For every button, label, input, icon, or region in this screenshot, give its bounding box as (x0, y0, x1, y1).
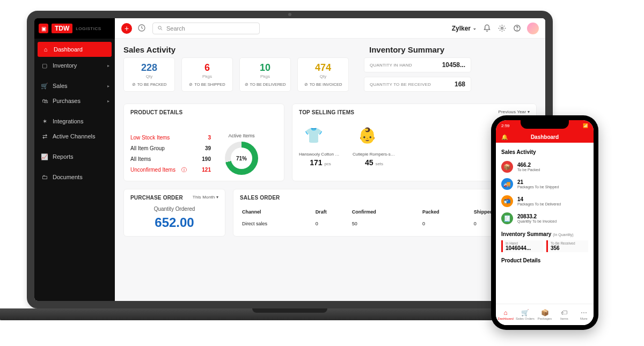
pd-label: Unconfirmed Items (130, 165, 175, 175)
channels-icon: ⇄ (41, 132, 48, 140)
add-button[interactable]: + (121, 23, 132, 34)
bell-icon[interactable]: 🔔 (501, 134, 508, 140)
table-row: Direct sales 0 50 0 0 (241, 218, 529, 230)
info-icon: ⓘ (181, 165, 187, 175)
sa-label: TO BE INVOICED (310, 82, 342, 87)
phone-sa-card[interactable]: 📦 466.2To be Packed (501, 158, 588, 175)
inv-in-hand: QUANTITY IN HAND 10458... (364, 57, 471, 72)
pd-value: 39 (205, 143, 211, 154)
org-name: Zylker (452, 25, 471, 32)
nav-label: Inventory (53, 62, 77, 69)
nav-purchases[interactable]: 🛍 Purchases ▸ (34, 93, 115, 108)
product-image: 👕 (299, 121, 328, 150)
product-unit: pcs (324, 161, 331, 166)
donut-value: 71% (231, 148, 252, 169)
product-image: 👶 (353, 121, 382, 150)
nav-dashboard[interactable]: ⌂ Dashboard (38, 42, 112, 57)
phone-time: 2:59 (501, 123, 510, 128)
sa-label: TO BE DELIVERED (250, 82, 286, 87)
nav-integrations[interactable]: ✶ Integrations (34, 114, 115, 129)
nav-inventory[interactable]: ▢ Inventory ▸ (34, 58, 115, 73)
phone-card-label: Packages To be Shipped (517, 185, 559, 189)
phone-card-label: To be Packed (517, 168, 540, 172)
box-icon: ▢ (41, 62, 48, 69)
search-input[interactable]: Search (152, 23, 260, 34)
range-selector[interactable]: Previous Year ▾ (498, 109, 530, 114)
phone-inv-value: 356 (551, 245, 586, 251)
svg-point-4 (517, 30, 517, 30)
bell-icon[interactable] (482, 24, 492, 33)
top-item[interactable]: 👶 Cutiepie Rompers-spo... 45 sets (353, 121, 396, 167)
nav-sales[interactable]: 🛒 Sales ▸ (34, 78, 115, 93)
table-header-row: Channel Draft Confirmed Packed Shipped (241, 207, 529, 217)
sa-value: 474 (301, 62, 345, 73)
nav-label: Active Channels (53, 133, 96, 139)
sa-card-invoiced[interactable]: 474 Qty ⊘TO BE INVOICED (297, 57, 349, 92)
top-item[interactable]: 👕 Hanswooly Cotton Cas... 171 pcs (299, 121, 342, 167)
range-selector[interactable]: This Month ▾ (193, 195, 218, 200)
gear-icon[interactable] (497, 24, 507, 33)
phone-tab-more[interactable]: ⋯More (574, 304, 594, 325)
chevron-right-icon: ▸ (107, 84, 109, 89)
cell: 50 (351, 218, 420, 230)
phone-title: Dashboard (531, 134, 559, 140)
invoice-icon: 🧾 (501, 212, 513, 224)
sa-label: TO BE SHIPPED (194, 82, 225, 87)
phone-inv-hand: In Hand 1046044... (501, 240, 543, 252)
ship-icon: 🚚 (501, 178, 513, 190)
phone-sa-card[interactable]: 🚚 21Packages To be Shipped (501, 175, 588, 193)
nav-documents[interactable]: 🗀 Documents (34, 170, 115, 185)
phone-card-value: 20833.2 (517, 214, 557, 219)
package-icon: 📦 (501, 161, 513, 173)
panel-title: SALES ORDER (240, 195, 530, 201)
phone-tab-items[interactable]: 🏷Items (554, 304, 574, 325)
pd-label: All Item Group (130, 143, 165, 154)
sa-card-delivered[interactable]: 10 Pkgs ⊘TO BE DELIVERED (239, 57, 291, 92)
pd-value: 190 (202, 154, 211, 165)
logo-icon: ▣ (39, 24, 48, 33)
help-icon[interactable] (512, 24, 522, 33)
deliver-icon: 📬 (501, 195, 513, 207)
chevron-right-icon: ▸ (107, 63, 109, 68)
sa-card-packed[interactable]: 228 Qty ⊘TO BE PACKED (123, 57, 175, 92)
phone-card-label: Packages To be Delivered (517, 202, 561, 206)
org-switcher[interactable]: Zylker ⌄ (452, 25, 477, 32)
product-details-panel: PRODUCT DETAILS Low Stock Items3 All Ite… (123, 104, 284, 181)
phone-tab-sales[interactable]: 🛒Sales Orders (515, 304, 535, 325)
po-value: 652.00 (130, 215, 218, 230)
laptop-camera (288, 13, 291, 16)
app-window: ▣ TDW LOGISTICS ⌂ Dashboard ▢ Inventory … (27, 11, 553, 308)
pd-label: All Items (130, 154, 151, 165)
avatar[interactable] (527, 23, 539, 34)
sa-value: 6 (185, 62, 229, 73)
check-icon: ⊘ (189, 82, 193, 87)
sa-value: 228 (127, 62, 171, 73)
product-qty: 45 (365, 158, 374, 167)
product-name: Cutiepie Rompers-spo... (353, 152, 396, 157)
nav-active-channels[interactable]: ⇄ Active Channels (34, 129, 115, 144)
brand-logo[interactable]: ▣ TDW LOGISTICS (34, 18, 115, 39)
phone-card-value: 21 (517, 179, 559, 185)
phone-sa-title: Sales Activity (501, 149, 588, 155)
nav-reports[interactable]: 📈 Reports (34, 149, 115, 164)
dashboard-icon: ⌂ (504, 309, 508, 316)
phone-inv-label: To Be Received (551, 241, 586, 245)
chevron-down-icon: ⌄ (473, 26, 477, 31)
phone-notch (521, 120, 569, 129)
active-items-donut: 71% (225, 142, 258, 175)
search-icon (157, 25, 163, 31)
sa-unit: Qty (127, 74, 171, 79)
phone-sa-card[interactable]: 🧾 20833.2Quantity To be Invoiced (501, 210, 588, 227)
dashboard-icon: ⌂ (42, 46, 49, 53)
cart-icon: 🛒 (41, 82, 48, 90)
topbar: + Search Zylker ⌄ (115, 18, 545, 39)
phone-inv-label: In Hand (506, 241, 540, 245)
inv-label: QUANTITY IN HAND (370, 63, 412, 68)
phone-header: 🔔 Dashboard (496, 131, 594, 143)
phone-sa-card[interactable]: 📬 14Packages To be Delivered (501, 193, 588, 210)
history-icon[interactable] (137, 24, 147, 33)
panel-title: PRODUCT DETAILS (130, 109, 277, 115)
phone-tab-dashboard[interactable]: ⌂Dashboard (496, 304, 515, 325)
phone-tab-packages[interactable]: 📦Packages (535, 304, 554, 325)
sa-card-shipped[interactable]: 6 Pkgs ⊘TO BE SHIPPED (181, 57, 233, 92)
